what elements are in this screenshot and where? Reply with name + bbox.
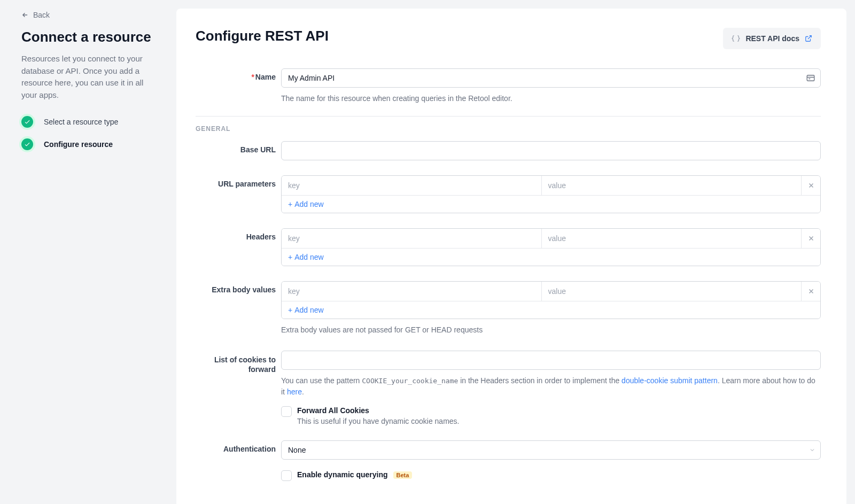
headers-label: Headers [196, 228, 281, 241]
extra-body-label: Extra body values [196, 281, 281, 294]
braces-icon [732, 34, 740, 43]
url-param-key-input[interactable] [282, 176, 541, 195]
sidebar-title: Connect a resource [21, 29, 160, 45]
form-icon [806, 73, 815, 83]
dynamic-querying-label: Enable dynamic querying [297, 470, 388, 479]
page-title: Configure REST API [196, 28, 329, 44]
header-value-input[interactable] [542, 229, 802, 248]
arrow-left-icon [21, 11, 29, 19]
name-input[interactable] [281, 68, 821, 88]
step-label: Configure resource [44, 140, 113, 149]
extra-body-help: Extra body values are not passed for GET… [281, 324, 821, 336]
name-label: Name [255, 73, 276, 81]
step-configure-resource[interactable]: Configure resource [21, 138, 160, 150]
step-select-resource[interactable]: Select a resource type [21, 116, 160, 128]
divider [196, 116, 821, 117]
extra-body-key-input[interactable] [282, 282, 541, 301]
external-link-icon [805, 35, 812, 42]
plus-icon: + [288, 306, 292, 314]
auth-select[interactable]: None [281, 440, 821, 460]
svg-rect-0 [807, 75, 814, 81]
docs-button-label: REST API docs [745, 34, 799, 43]
cookies-label: List of cookies to forward [196, 351, 281, 374]
header-key-input[interactable] [282, 229, 541, 248]
base-url-label: Base URL [196, 141, 281, 154]
add-header-button[interactable]: + Add new [282, 249, 330, 266]
url-params-table: + Add new [281, 175, 821, 213]
section-general-label: GENERAL [196, 125, 821, 133]
headers-table: + Add new [281, 228, 821, 266]
step-label: Select a resource type [44, 118, 118, 126]
kv-row [282, 229, 820, 249]
remove-row-button[interactable] [801, 229, 820, 248]
url-params-label: URL parameters [196, 175, 281, 188]
remove-row-button[interactable] [801, 176, 820, 195]
url-param-value-input[interactable] [542, 176, 802, 195]
beta-badge: Beta [393, 471, 413, 479]
kv-row [282, 282, 820, 301]
name-help: The name for this resource when creating… [281, 93, 821, 104]
plus-icon: + [288, 200, 292, 208]
kv-row [282, 176, 820, 196]
forward-all-cookies-checkbox[interactable] [281, 406, 292, 417]
remove-row-button[interactable] [801, 282, 820, 301]
cookies-input[interactable] [281, 351, 821, 370]
extra-body-table: + Add new [281, 281, 821, 319]
plus-icon: + [288, 253, 292, 261]
close-icon [807, 235, 815, 242]
main-panel: Configure REST API REST API docs *Name T… [176, 9, 846, 504]
extra-body-value-input[interactable] [542, 282, 802, 301]
check-icon [21, 116, 33, 128]
docs-button[interactable]: REST API docs [723, 28, 821, 49]
check-icon [21, 138, 33, 150]
close-icon [807, 182, 815, 189]
sidebar: Back Connect a resource Resources let yo… [0, 0, 176, 504]
double-cookie-link[interactable]: double-cookie submit pattern [621, 376, 718, 385]
sidebar-description: Resources let you connect to your databa… [21, 53, 160, 101]
base-url-input[interactable] [281, 141, 821, 160]
back-label: Back [33, 11, 50, 19]
forward-all-cookies-sub: This is useful if you have dynamic cooki… [297, 417, 459, 425]
auth-label: Authentication [196, 440, 281, 453]
add-url-param-button[interactable]: + Add new [282, 196, 330, 213]
back-link[interactable]: Back [21, 11, 50, 19]
close-icon [807, 288, 815, 295]
forward-all-cookies-label: Forward All Cookies [297, 406, 459, 415]
here-link[interactable]: here [287, 387, 302, 396]
cookies-help: You can use the pattern COOKIE_your_cook… [281, 375, 821, 398]
dynamic-querying-checkbox[interactable] [281, 470, 292, 481]
add-extra-body-button[interactable]: + Add new [282, 301, 330, 319]
